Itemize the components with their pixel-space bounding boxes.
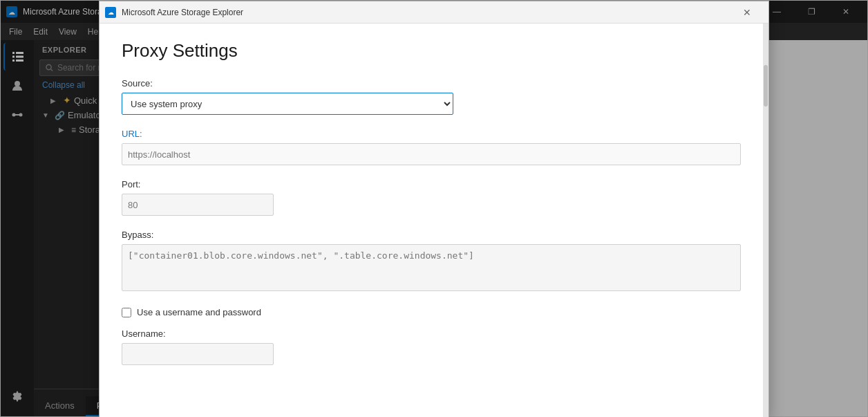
app-window: ☁ Microsoft Azure Storage Explorer — ❐ ✕… [0, 0, 868, 417]
username-label: Username: [122, 328, 741, 339]
bypass-group: Bypass: [122, 230, 741, 293]
scrollbar-thumb [764, 65, 768, 106]
dialog-body: Proxy Settings Source: Use system proxy … [100, 40, 763, 416]
dialog-overlay: ☁ Microsoft Azure Storage Explorer ✕ Pro… [1, 40, 867, 416]
username-group: Username: [122, 328, 741, 365]
port-label: Port: [122, 179, 741, 189]
main-content: EXPLORER Collapse all ▶ ✦ Quick Access ▼… [1, 40, 867, 416]
bypass-input[interactable] [122, 244, 741, 291]
source-select[interactable]: Use system proxy No proxy Manual [122, 93, 453, 115]
use-credentials-checkbox[interactable] [122, 308, 131, 317]
source-label: Source: [122, 78, 741, 89]
port-input[interactable] [122, 194, 274, 216]
source-group: Source: Use system proxy No proxy Manual [122, 78, 741, 115]
credentials-row: Use a username and password [122, 307, 741, 317]
url-group: URL: [122, 129, 741, 165]
username-input[interactable] [122, 343, 274, 365]
dialog-window: ☁ Microsoft Azure Storage Explorer ✕ Pro… [99, 40, 769, 416]
port-group: Port: [122, 179, 741, 216]
use-credentials-label[interactable]: Use a username and password [137, 307, 261, 317]
url-input[interactable] [122, 143, 741, 165]
dialog-scrollbar[interactable] [763, 40, 768, 416]
proxy-settings-title: Proxy Settings [122, 40, 741, 62]
bypass-label: Bypass: [122, 230, 741, 240]
url-label: URL: [122, 129, 741, 139]
